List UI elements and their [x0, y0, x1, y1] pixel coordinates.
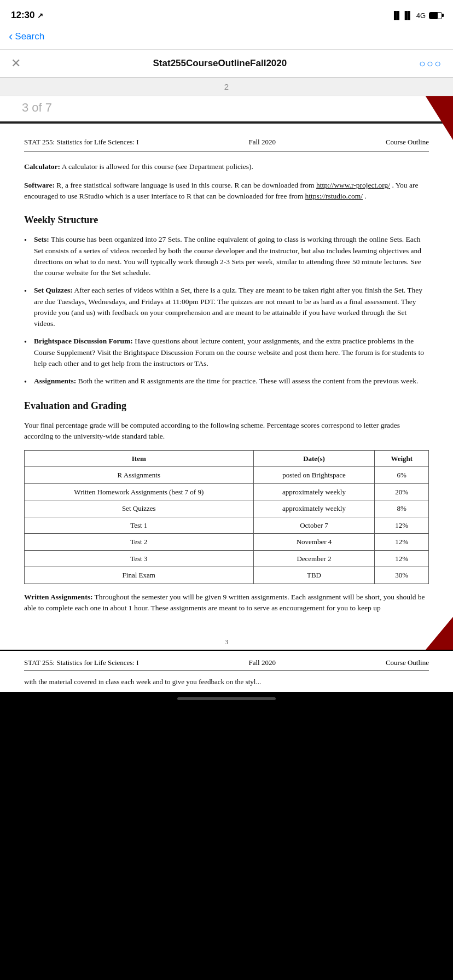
doc-footer-header-line: STAT 255: Statistics for Life Sciences: …	[24, 658, 429, 671]
table-header-row: Item Date(s) Weight	[25, 450, 429, 467]
footer-center: Fall 2020	[249, 658, 276, 667]
software-link1[interactable]: http://www.r-project.org/	[316, 181, 390, 189]
time-display: 12:30	[11, 10, 34, 21]
bottom-dark-bar: STAT 255: Statistics for Life Sciences: …	[0, 650, 453, 703]
location-arrow-icon: ↗	[37, 11, 43, 20]
page-number-indicator: 2	[224, 82, 229, 91]
table-cell: 8%	[375, 500, 429, 517]
bullet-icon: •	[24, 336, 34, 348]
battery-icon	[429, 12, 442, 19]
brightspace-bullet-text: Brightspace Discussion Forum: Have quest…	[34, 336, 429, 369]
table-cell: posted on Brightspace	[253, 467, 375, 484]
table-cell: 12%	[375, 517, 429, 534]
network-type: 4G	[416, 11, 426, 20]
calculator-section: Calculator: A calculator is allowed for …	[24, 161, 429, 172]
list-item: • Assignments: Both the written and R as…	[24, 376, 429, 388]
table-row: Set Quizzesapproximately weekly8%	[25, 500, 429, 517]
software-section: Software: R, a free statistical software…	[24, 180, 429, 202]
footer-left: STAT 255: Statistics for Life Sciences: …	[24, 658, 139, 667]
doc-header-right: Course Outline	[386, 137, 429, 148]
bullet-icon: •	[24, 234, 34, 246]
doc-page-2: 3 of 7 STAT 255: Statistics for Life Sci…	[0, 96, 453, 650]
signal-bars-icon: ▐▌▐▌	[391, 11, 413, 20]
back-label: Search	[15, 31, 44, 42]
navigation-bar: ‹ Search	[0, 27, 453, 50]
page-number-bottom: 3	[0, 632, 453, 650]
table-row: R Assignmentsposted on Brightspace6%	[25, 467, 429, 484]
back-button[interactable]: ‹ Search	[9, 30, 444, 44]
sets-label: Sets:	[34, 235, 49, 243]
col-header-weight: Weight	[375, 450, 429, 467]
assignments-bullet-text: Assignments: Both the written and R assi…	[34, 376, 429, 387]
status-icons: ▐▌▐▌ 4G	[391, 11, 442, 20]
table-cell: Test 2	[25, 534, 254, 551]
table-cell: Test 1	[25, 517, 254, 534]
footer-right: Course Outline	[386, 658, 429, 667]
software-text-after: .	[364, 192, 366, 200]
assignments-label: Assignments:	[34, 377, 76, 385]
col-header-dates: Date(s)	[253, 450, 375, 467]
doc-header-line: STAT 255: Statistics for Life Sciences: …	[24, 137, 429, 151]
table-cell: 20%	[375, 483, 429, 500]
table-cell: December 2	[253, 550, 375, 567]
doc-toolbar: ✕ Stat255CourseOutlineFall2020 ○○○	[0, 50, 453, 78]
scroll-bar	[0, 692, 453, 703]
scroll-thumb[interactable]	[177, 697, 276, 700]
list-item: • Sets: This course has been organized i…	[24, 234, 429, 278]
weekly-structure-list: • Sets: This course has been organized i…	[24, 234, 429, 388]
table-row: Test 2November 412%	[25, 534, 429, 551]
table-cell: Test 3	[25, 550, 254, 567]
chevron-left-icon: ‹	[9, 30, 13, 44]
quizzes-label: Set Quizzes:	[34, 286, 73, 294]
close-button[interactable]: ✕	[11, 56, 21, 71]
assignments-text: Both the written and R assignments are t…	[78, 377, 419, 385]
calculator-text: A calculator is allowed for this course …	[62, 162, 253, 171]
eval-intro: Your final percentage grade will be comp…	[24, 420, 429, 442]
doc-header-center: Fall 2020	[249, 137, 276, 148]
footer-continuation-text: with the material covered in class each …	[24, 678, 261, 686]
page-indicator-bar: 2	[0, 78, 453, 96]
bullet-icon: •	[24, 285, 34, 297]
bullet-icon: •	[24, 376, 34, 388]
quizzes-bullet-text: Set Quizzes: After each series of videos…	[34, 285, 429, 329]
grading-table: Item Date(s) Weight R Assignmentsposted …	[24, 450, 429, 584]
table-cell: TBD	[253, 567, 375, 584]
table-cell: 6%	[375, 467, 429, 484]
table-cell: Set Quizzes	[25, 500, 254, 517]
quizzes-text: After each series of videos within a Set…	[34, 286, 422, 328]
red-corner-bottom-decoration	[426, 617, 453, 650]
table-cell: 30%	[375, 567, 429, 584]
table-cell: November 4	[253, 534, 375, 551]
page-of-label: 3 of 7	[0, 96, 453, 124]
table-row: Final ExamTBD30%	[25, 567, 429, 584]
calculator-label: Calculator:	[24, 162, 60, 171]
written-assignments-label: Written Assignments:	[24, 593, 92, 601]
table-row: Test 1October 712%	[25, 517, 429, 534]
footer-text: with the material covered in class each …	[24, 676, 429, 687]
doc-title: Stat255CourseOutlineFall2020	[21, 58, 419, 69]
doc-page-wrapper: 3 of 7 STAT 255: Statistics for Life Sci…	[0, 96, 453, 650]
doc-header-left: STAT 255: Statistics for Life Sciences: …	[24, 137, 139, 148]
status-bar: 12:30 ↗ ▐▌▐▌ 4G	[0, 0, 453, 27]
doc-content: STAT 255: Statistics for Life Sciences: …	[0, 124, 453, 632]
list-item: • Brightspace Discussion Forum: Have que…	[24, 336, 429, 369]
table-cell: approximately weekly	[253, 483, 375, 500]
table-row: Written Homework Assignments (best 7 of …	[25, 483, 429, 500]
table-cell: Written Homework Assignments (best 7 of …	[25, 483, 254, 500]
table-cell: approximately weekly	[253, 500, 375, 517]
software-link2[interactable]: https://rstudio.com/	[305, 192, 363, 200]
list-item: • Set Quizzes: After each series of vide…	[24, 285, 429, 329]
table-row: Test 3December 212%	[25, 550, 429, 567]
software-text-before: R, a free statistical software language …	[56, 181, 314, 189]
sets-bullet-text: Sets: This course has been organized int…	[34, 234, 429, 278]
table-cell: 12%	[375, 534, 429, 551]
page-of-row: 3 of 7	[0, 96, 453, 124]
table-cell: Final Exam	[25, 567, 254, 584]
status-time: 12:30 ↗	[11, 10, 43, 21]
table-cell: October 7	[253, 517, 375, 534]
more-options-button[interactable]: ○○○	[419, 57, 442, 70]
table-cell: R Assignments	[25, 467, 254, 484]
col-header-item: Item	[25, 450, 254, 467]
next-page-footer: STAT 255: Statistics for Life Sciences: …	[0, 651, 453, 692]
brightspace-label: Brightspace Discussion Forum:	[34, 337, 133, 345]
